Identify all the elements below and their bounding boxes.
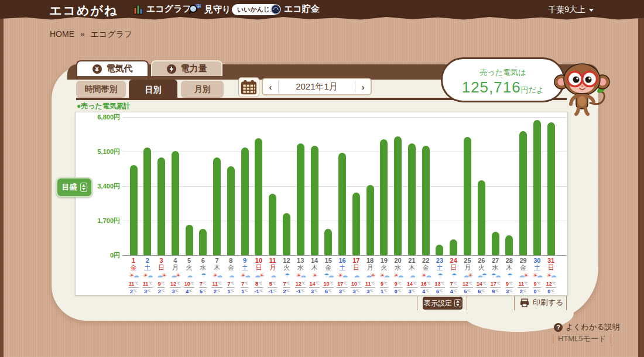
divider [467, 296, 467, 310]
help-label: よくわかる説明 [566, 322, 620, 332]
question-icon: ? [554, 323, 563, 332]
bar-day-9 [241, 147, 249, 255]
caret-down-icon [589, 9, 594, 12]
sort-arrows-icon [454, 299, 461, 307]
print-button[interactable]: 印刷する [520, 297, 564, 308]
bolt-icon [167, 64, 176, 74]
bar-day-24 [450, 239, 457, 255]
nav-ecochokin-label: エコ貯金 [284, 4, 320, 15]
bar-day-25 [464, 137, 471, 255]
bar-day-20 [394, 136, 402, 255]
display-settings-button[interactable]: 表示設定 [423, 297, 463, 310]
bar-day-15 [324, 229, 332, 255]
bar-day-31 [547, 122, 555, 255]
breadcrumb: HOME » エコグラフ [50, 29, 132, 40]
coin-icon [270, 4, 281, 15]
bar-day-5 [186, 225, 193, 255]
current-month-label: 2021年1月 [279, 81, 355, 92]
prev-month-button[interactable]: ‹ [263, 82, 278, 92]
html5-mode-label: HTML5モード [558, 334, 606, 344]
bar-day-29 [519, 131, 527, 255]
html5-mode-link[interactable]: HTML5モード [553, 334, 611, 344]
tab-electricity-cost[interactable]: ¥ 電気代 [76, 60, 149, 76]
breadcrumb-home-link[interactable]: HOME [50, 29, 74, 39]
display-settings-label: 表示設定 [424, 298, 452, 308]
bar-day-18 [366, 185, 374, 255]
bar-day-8 [227, 166, 235, 255]
bar-day-10 [255, 138, 262, 255]
calendar-icon [241, 79, 257, 95]
page-edge-left [0, 0, 4, 357]
gridline [122, 117, 566, 118]
bar-day-12 [283, 213, 290, 255]
y-tick-label: 5,100円 [76, 147, 120, 156]
bar-day-14 [311, 146, 318, 255]
bar-day-27 [492, 232, 499, 255]
bar-day-28 [505, 235, 513, 255]
subtab-by-month[interactable]: 月別 [181, 81, 224, 98]
y-tick-label: 0円 [76, 251, 120, 260]
page: エコめがね エコグラフ 見守り いいかんじ♪ [0, 0, 644, 357]
bar-day-6 [199, 229, 207, 255]
mascot-speech-bubble: 売った電気は 125,716円だよ [441, 57, 565, 102]
tab-power-amount-label: 電力量 [181, 63, 207, 74]
account-menu[interactable]: 千葉9大上 [548, 5, 594, 15]
sold-electricity-amount: 125,716 [462, 78, 521, 96]
nav-ecochokin[interactable]: エコ貯金 [270, 4, 320, 15]
chart-legend: ●売った電気累計 [77, 101, 131, 111]
bar-day-3 [157, 157, 165, 255]
date-navigator: ‹ 2021年1月 › [262, 78, 372, 95]
bubble-suffix: 円だよ [521, 85, 544, 94]
bar-day-16 [338, 153, 346, 255]
bar-day-4 [172, 151, 179, 255]
scale-button-label: 目盛 [62, 182, 77, 193]
bar-day-26 [478, 180, 485, 255]
bar-chart-icon [133, 4, 143, 15]
breadcrumb-separator: » [80, 29, 85, 39]
scale-button[interactable]: 目盛 [56, 177, 93, 197]
calendar-button[interactable] [238, 77, 259, 97]
bubble-line1: 売った電気は [443, 67, 563, 78]
bar-day-21 [408, 143, 416, 255]
weather-icon: ☀☁ [542, 272, 560, 280]
subtab-by-timezone[interactable]: 時間帯別 [76, 81, 126, 98]
divider [566, 296, 567, 310]
magnifier-icon [189, 4, 201, 15]
breadcrumb-current: エコグラフ [91, 29, 133, 39]
nav-ecograph-label: エコグラフ [146, 4, 191, 15]
bar-day-22 [422, 146, 430, 255]
legend-label: 売った電気累計 [81, 102, 131, 110]
nav-mimamori-label: 見守り [204, 4, 231, 15]
yen-coin-icon: ¥ [93, 64, 102, 74]
bar-day-1 [130, 165, 138, 255]
nav-mimamori[interactable]: 見守り [189, 4, 231, 15]
bar-day-17 [352, 193, 360, 255]
printer-icon [520, 298, 529, 307]
bubble-line2: 125,716円だよ [443, 78, 563, 97]
bar-day-23 [436, 245, 443, 255]
next-month-button[interactable]: › [355, 82, 371, 92]
gridline [122, 152, 566, 152]
page-edge-right [638, 0, 644, 357]
divider [417, 296, 417, 310]
top-navbar: エコめがね エコグラフ 見守り いいかんじ♪ [0, 0, 644, 22]
nav-ecograph[interactable]: エコグラフ [133, 4, 191, 15]
help-link[interactable]: ? よくわかる説明 [554, 322, 620, 332]
sort-arrows-icon [80, 183, 87, 192]
bar-day-7 [213, 157, 221, 255]
account-name: 千葉9大上 [548, 5, 585, 15]
app-logo[interactable]: エコめがね [49, 2, 118, 19]
bar-day-13 [297, 143, 304, 255]
y-tick-label: 6,800円 [76, 113, 120, 122]
divider [553, 334, 553, 344]
day-label-31: 31日☀☁12℃0℃ [542, 257, 560, 296]
y-tick-label: 1,700円 [76, 217, 120, 225]
tab-power-amount[interactable]: 電力量 [151, 60, 222, 76]
tab-electricity-cost-label: 電気代 [107, 63, 133, 74]
x-axis-line [122, 255, 566, 256]
divider [611, 334, 611, 344]
bar-day-2 [143, 147, 151, 255]
subtab-by-day[interactable]: 日別 [129, 80, 177, 100]
bar-day-19 [380, 139, 388, 255]
chart-plot: 6,800円5,100円3,400円1,700円0円1金☀☁11℃2℃2土☀☁1… [75, 112, 568, 296]
